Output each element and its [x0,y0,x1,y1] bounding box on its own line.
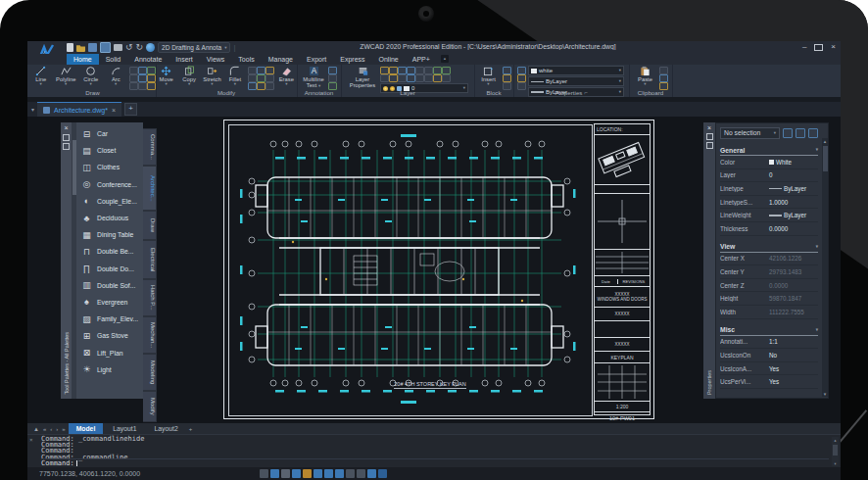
mirror-icon[interactable] [257,67,265,74]
nav-first-icon[interactable]: « [42,426,47,432]
tab-home[interactable]: Home [67,54,99,65]
layer-thaw-icon[interactable] [407,67,415,74]
palette-item-closet[interactable]: ▤Closet [80,142,143,159]
palette-item-clothes[interactable]: ◫Clothes [80,159,143,175]
scroll-up-icon[interactable]: ▴ [832,437,839,443]
redo-icon[interactable]: ↻ [136,43,144,52]
save-icon[interactable] [88,43,97,52]
prop-row-layer[interactable]: Layer0 [720,169,818,183]
model-space-icon[interactable] [260,469,268,478]
palette-item-double-sofa[interactable]: ▥Double Sof... [80,277,143,294]
palette-item-double-door[interactable]: ∏Double Do... [80,261,143,277]
layer-off-icon[interactable] [389,67,398,74]
insert-button[interactable]: Insert▾ [476,66,501,86]
palette-item-light[interactable]: ☀Light [80,361,143,378]
section-general-header[interactable]: General▾ [720,145,818,156]
new-file-icon[interactable] [67,43,73,52]
tab-model[interactable]: Model [69,423,104,434]
palette-item-lift-plan[interactable]: ⊠Lift_Plan [80,344,143,360]
offset-icon[interactable] [257,74,265,82]
selection-dropdown[interactable]: No selection▾ [720,127,780,139]
palette-scroll-thumb[interactable] [72,140,76,195]
prop-row-lineweight[interactable]: LineWeightByLayer [720,209,818,222]
prop-row-ucsperview[interactable]: UcsPerVi...Yes [720,375,818,389]
layer-unlock-icon[interactable] [424,67,433,74]
layer-walk-icon[interactable] [407,74,415,82]
grid-icon[interactable] [303,469,312,478]
section-view-header[interactable]: View▾ [720,242,818,253]
palette-item-dining-table[interactable]: ▦Dining Table [80,226,143,243]
workspace-dropdown[interactable]: 2D Drafting & Annota▾ [158,42,230,53]
command-input[interactable]: Command: [41,458,829,467]
gradient-icon[interactable] [147,74,156,82]
scroll-up-icon[interactable]: ▴ [822,138,828,144]
dynamic-input-icon[interactable] [335,469,344,478]
drawing-viewport[interactable]: LOCATION: Date REVISIONS [27,117,841,423]
fullscreen-icon[interactable] [378,469,387,478]
quick-select-icon[interactable] [808,128,818,138]
add-layout-icon[interactable]: + [188,426,194,432]
cut-icon[interactable] [659,67,668,74]
undo-icon[interactable]: ↺ [125,43,133,52]
properties-menu-icon[interactable] [706,142,713,149]
palette-close-icon[interactable]: × [64,124,68,132]
snap-icon[interactable] [270,469,279,478]
tab-tools[interactable]: Tools [231,54,261,65]
properties-scrollbar[interactable]: ▴ ▾ [822,138,828,397]
open-file-icon[interactable] [76,43,85,52]
palette-item-gas-stove[interactable]: ⊞Gas Stove [80,327,143,344]
close-button[interactable]: × [831,43,836,51]
prop-row-linetype-scale[interactable]: LinetypeS...1.0000 [720,196,818,210]
revision-cloud-icon[interactable] [129,74,138,82]
command-close-icon[interactable]: × [29,436,33,443]
paste-button[interactable]: Paste▾ [633,66,657,86]
line-button[interactable]: Line▾ [29,66,53,86]
ribbon-options-icon[interactable]: ▪ [441,55,449,63]
section-misc-header[interactable]: Misc▾ [720,325,818,336]
prop-row-linetype[interactable]: LinetypeByLayer [720,182,818,196]
help-sphere-icon[interactable] [146,43,155,52]
layer-properties-button[interactable]: Layer Properties [347,66,378,88]
palette-tab-command[interactable]: Comma... [143,128,157,166]
spline-icon[interactable] [138,67,147,74]
doc-tab-scroll-icon[interactable]: ▾ [31,106,34,113]
layer-merge-icon[interactable] [415,74,424,82]
properties-close-icon[interactable]: × [707,124,711,131]
palette-item-deciduous[interactable]: ♣Deciduous [80,210,143,226]
prop-row-thickness[interactable]: Thickness0.0000 [720,222,818,236]
prop-row-ucsiconat[interactable]: UcsIconA...Yes [720,362,818,376]
tab-manage[interactable]: Manage [262,54,300,65]
tab-export[interactable]: Export [300,54,333,65]
prop-row-annotation-scale[interactable]: Annotati...1:1 [720,336,818,350]
palette-item-car[interactable]: ⊟Car [80,125,143,142]
doc-close-icon[interactable]: × [112,107,116,114]
ortho-icon[interactable] [281,469,290,478]
palette-tab-hatch[interactable]: Hatch P... [143,279,157,316]
restore-button[interactable] [814,44,823,51]
ellipse-icon[interactable] [129,67,138,74]
tab-layout1[interactable]: Layout1 [105,423,144,434]
layer-isolate-icon[interactable] [433,67,442,74]
tab-app-plus[interactable]: APP+ [406,54,437,65]
leader-icon[interactable] [328,74,337,82]
layer-previous-icon[interactable] [398,74,407,82]
palette-tab-modeling[interactable]: Modeling [143,354,157,391]
lineweight-display-icon[interactable] [346,469,355,478]
block-edit-icon[interactable] [503,67,511,74]
properties-pin-icon[interactable] [706,133,713,140]
scale-icon[interactable] [265,67,274,74]
tab-annotate[interactable]: Annotate [127,54,169,65]
layer-delete-icon[interactable] [424,74,433,82]
color-dropdown[interactable]: white ▾ [528,66,624,75]
polyline-button[interactable]: Polyline▾ [55,66,78,86]
hatch-icon[interactable] [147,67,156,74]
stretch-button[interactable]: Stretch▾ [202,66,222,86]
linetype-dropdown[interactable]: ByLayer ▾ [528,76,624,86]
copy-button[interactable]: Copy▾ [178,66,199,86]
tab-insert[interactable]: Insert [169,54,200,65]
palette-tab-draw[interactable]: Draw [143,211,157,240]
layer-current-icon[interactable] [380,74,389,82]
object-track-icon[interactable] [324,469,333,478]
nav-top-icon[interactable]: ▲ [32,426,40,432]
layer-lock-icon[interactable] [415,67,424,74]
